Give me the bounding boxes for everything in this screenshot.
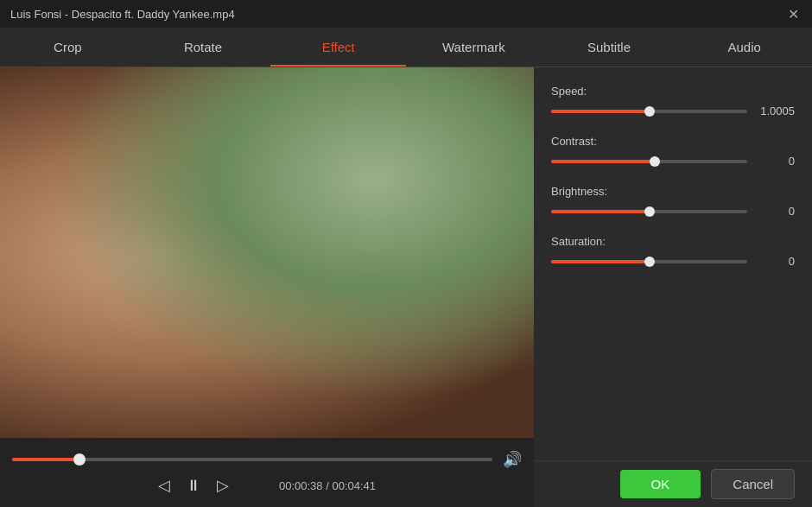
progress-track[interactable] (12, 458, 492, 461)
speed-fill (551, 110, 650, 113)
contrast-control: Contrast: 0 (551, 135, 795, 168)
progress-row: 🔊 (12, 450, 522, 469)
tab-audio[interactable]: Audio (676, 28, 812, 67)
contrast-value: 0 (756, 155, 795, 168)
brightness-label: Brightness: (551, 185, 795, 198)
tab-subtitle[interactable]: Subtitle (542, 28, 677, 67)
prev-button[interactable]: ◁ (158, 476, 170, 495)
speed-label: Speed: (551, 85, 795, 98)
brightness-track[interactable] (551, 210, 747, 213)
time-separator: / (323, 479, 333, 492)
brightness-control: Brightness: 0 (551, 185, 795, 218)
speed-thumb[interactable] (644, 106, 655, 117)
saturation-value: 0 (756, 255, 795, 268)
saturation-fill (551, 260, 650, 263)
time-duration: 00:04:41 (332, 479, 376, 492)
video-frame (0, 67, 534, 438)
saturation-thumb[interactable] (644, 257, 655, 267)
brightness-slider-row: 0 (551, 205, 795, 218)
time-elapsed: 00:00:38 (279, 479, 323, 492)
close-button[interactable]: ✕ (784, 5, 802, 22)
video-area (0, 67, 534, 438)
speed-value: 1.0005 (756, 105, 795, 117)
tab-effect[interactable]: Effect (270, 28, 406, 67)
brightness-value: 0 (756, 205, 795, 218)
window-title: Luis Fonsi - Despacito ft. Daddy Yankee.… (10, 8, 235, 21)
time-display: 00:00:38 / 00:04:41 (279, 479, 376, 492)
volume-icon[interactable]: 🔊 (503, 450, 522, 469)
video-overlay (0, 67, 534, 438)
brightness-thumb[interactable] (644, 206, 655, 217)
saturation-label: Saturation: (551, 235, 795, 248)
speed-slider-row: 1.0005 (551, 105, 795, 117)
cancel-button[interactable]: Cancel (711, 469, 795, 499)
speed-track[interactable] (551, 110, 747, 113)
saturation-slider-row: 0 (551, 255, 795, 268)
brightness-fill (551, 210, 650, 213)
saturation-track[interactable] (551, 260, 747, 263)
contrast-fill (551, 160, 655, 163)
tab-rotate[interactable]: Rotate (136, 28, 271, 67)
contrast-thumb[interactable] (650, 156, 660, 167)
progress-thumb[interactable] (73, 453, 86, 466)
speed-control: Speed: 1.0005 (551, 85, 795, 117)
contrast-slider-row: 0 (551, 155, 795, 168)
bottom-bar: OK Cancel (534, 460, 812, 507)
tab-crop[interactable]: Crop (0, 28, 136, 67)
controls-bar: 🔊 ◁ ⏸ ▷ 00:00:38 / 00:04:41 (0, 438, 534, 507)
tab-bar: Crop Rotate Effect Watermark Subtitle Au… (0, 28, 812, 67)
ok-button[interactable]: OK (620, 470, 701, 498)
progress-fill (12, 458, 79, 461)
contrast-label: Contrast: (551, 135, 795, 148)
next-button[interactable]: ▷ (217, 476, 229, 495)
saturation-control: Saturation: 0 (551, 235, 795, 268)
right-panel: Speed: 1.0005 Contrast: 0 Bright (534, 67, 812, 507)
pause-button[interactable]: ⏸ (186, 477, 201, 495)
playback-row: ◁ ⏸ ▷ 00:00:38 / 00:04:41 (12, 476, 522, 495)
contrast-track[interactable] (551, 160, 747, 163)
main-content: 🔊 ◁ ⏸ ▷ 00:00:38 / 00:04:41 Speed: 1.00 (0, 67, 812, 507)
title-bar: Luis Fonsi - Despacito ft. Daddy Yankee.… (0, 0, 812, 28)
tab-watermark[interactable]: Watermark (406, 28, 542, 67)
video-panel: 🔊 ◁ ⏸ ▷ 00:00:38 / 00:04:41 (0, 67, 534, 507)
